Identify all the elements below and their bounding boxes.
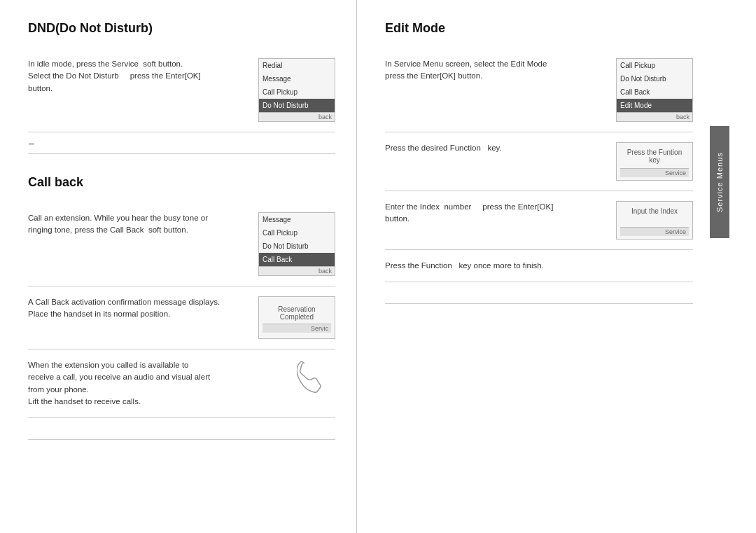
edit-menu-callpickup: Call Pickup <box>617 59 692 72</box>
press-function-service-label: Service <box>620 168 689 177</box>
edit-step2-screen: Press the Funtion key Service <box>616 142 693 181</box>
minus-icon: − <box>28 138 34 150</box>
press-function-text: Press the Funtion key <box>620 146 689 167</box>
phone-icon <box>297 359 325 394</box>
callback-bottom-line <box>28 439 335 440</box>
menu-item-redial: Redial <box>259 59 335 72</box>
edit-section: Edit Mode In Service Menu screen, select… <box>385 21 693 304</box>
edit-step3-row: Enter the Index number press the Enter[O… <box>385 191 693 250</box>
menu-item-callpickup: Call Pickup <box>259 85 335 99</box>
edit-menu-dnd: Do Not Disturb <box>617 72 692 85</box>
edit-bottom-line <box>385 303 693 304</box>
dnd-step1-text: In idle mode, press the Service soft but… <box>28 58 251 95</box>
edit-menu-editmode: Edit Mode <box>617 99 692 112</box>
phone-icon-container <box>286 359 335 394</box>
service-menus-tab: Service Menus <box>710 126 729 238</box>
callback-step2-row: A Call Back activation confirmation mess… <box>28 286 335 349</box>
callback-step1-row: Call an extension. While you hear the bu… <box>28 202 335 286</box>
edit-step1-text: In Service Menu screen, select the Edit … <box>385 58 609 83</box>
reservation-text: Reservation Completed <box>262 303 331 324</box>
menu-item-dnd: Do Not Disturb <box>259 99 335 112</box>
edit-step2-row: Press the desired Function key. Press th… <box>385 132 693 191</box>
edit-step1-screen: Call Pickup Do Not Disturb Call Back Edi… <box>616 58 693 122</box>
callback-step3-row: When the extension you called is availab… <box>28 349 335 418</box>
dnd-title: DND(Do Not Disturb) <box>28 21 335 36</box>
edit-step4-row: Press the Function key once more to fini… <box>385 250 693 282</box>
dnd-back-label: back <box>259 112 335 121</box>
callback-step1-text: Call an extension. While you hear the bu… <box>28 212 251 237</box>
edit-step1-row: In Service Menu screen, select the Edit … <box>385 48 693 132</box>
dnd-minus-row: − <box>28 132 335 154</box>
cb-menu-dnd: Do Not Disturb <box>259 240 335 253</box>
cb-menu-message: Message <box>259 213 335 226</box>
edit-menu-callback: Call Back <box>617 85 692 99</box>
edit-back-label: back <box>617 112 692 121</box>
callback-title: Call back <box>28 175 335 190</box>
edit-step3-screen: Input the Index Service <box>616 201 693 240</box>
dnd-section: DND(Do Not Disturb) In idle mode, press … <box>28 21 335 154</box>
menu-item-message: Message <box>259 72 335 85</box>
left-panel: DND(Do Not Disturb) In idle mode, press … <box>0 0 357 533</box>
dnd-step1-screen: Redial Message Call Pickup Do Not Distur… <box>258 58 335 122</box>
callback-step2-text: A Call Back activation confirmation mess… <box>28 296 251 321</box>
input-index-text: Input the Index <box>620 205 689 218</box>
page: DND(Do Not Disturb) In idle mode, press … <box>0 0 756 533</box>
callback-step1-screen: Message Call Pickup Do Not Disturb Call … <box>258 212 335 276</box>
edit-step4-text: Press the Function key once more to fini… <box>385 260 693 272</box>
edit-step3-text: Enter the Index number press the Enter[O… <box>385 201 609 226</box>
right-panel: Service Menus Edit Mode In Service Menu … <box>357 0 728 533</box>
edit-step2-text: Press the desired Function key. <box>385 142 609 154</box>
input-service-label: Service <box>620 227 689 236</box>
cb-menu-callback: Call Back <box>259 253 335 266</box>
callback-step2-screen: Reservation Completed Servic <box>258 296 335 339</box>
dnd-step1-row: In idle mode, press the Service soft but… <box>28 48 335 132</box>
callback-step3-text: When the extension you called is availab… <box>28 359 279 408</box>
edit-title: Edit Mode <box>385 21 693 36</box>
callback-back-label: back <box>259 266 335 275</box>
reservation-service-label: Servic <box>262 324 331 333</box>
callback-section: Call back Call an extension. While you h… <box>28 175 335 440</box>
cb-menu-callpickup: Call Pickup <box>259 226 335 240</box>
